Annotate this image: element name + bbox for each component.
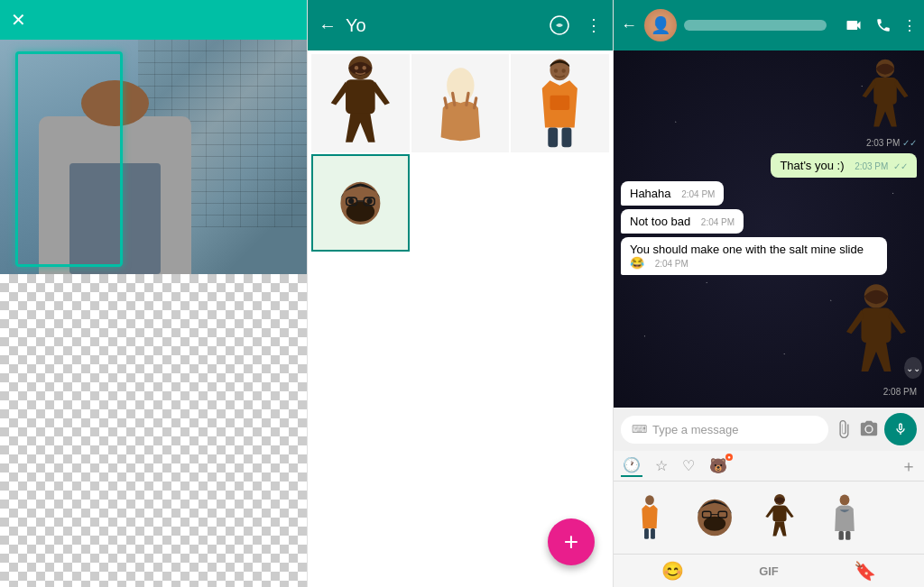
chat-contact-name-bar	[684, 20, 827, 31]
photo-editor-panel: ✕	[0, 0, 307, 587]
microphone-icon	[893, 422, 908, 436]
tray-sticker-hoodie[interactable]	[816, 489, 873, 546]
svg-point-23	[866, 426, 872, 432]
svg-point-10	[554, 69, 558, 72]
tray-sticker-big-figure[interactable]	[751, 489, 808, 546]
message-salt-mine: You should make one with the salt mine s…	[621, 237, 887, 275]
sticker-icon[interactable]: 🔖	[854, 560, 876, 582]
sticker-cell-face[interactable]	[311, 154, 410, 252]
orange-shirt-sticker	[511, 54, 609, 152]
message-hahaha: Hahaha 2:04 PM	[621, 181, 724, 206]
stickers-tab[interactable]: 🐻 ●	[707, 455, 729, 476]
svg-rect-35	[839, 531, 844, 540]
svg-point-19	[876, 60, 894, 78]
keyboard-icon: ⌨	[632, 423, 647, 436]
message-time: 2:04 PM	[655, 259, 688, 269]
sticker-tray: 🕐 ☆ ♡ 🐻 ● ＋	[614, 451, 924, 587]
chat-messages-container: 2:03 PM ✓✓ That's you :) 2:03 PM ✓✓ Haha…	[614, 50, 924, 408]
sticker-tray-tabs: 🕐 ☆ ♡ 🐻 ● ＋	[614, 451, 924, 482]
sticker-sent-time: 2:08 PM	[883, 387, 917, 397]
message-thats-you: That's you :) 2:03 PM ✓✓	[771, 153, 917, 178]
sticker-grid	[308, 50, 613, 587]
sticker-message-sent: ⌄⌄ 2:08 PM	[836, 282, 917, 397]
chat-panel: ← ⋮ 2:03 PM ✓✓	[614, 0, 924, 587]
svg-point-3	[355, 66, 358, 69]
phone-call-icon[interactable]	[875, 17, 892, 33]
chat-bottom-icons: 😊 GIF 🔖	[614, 554, 924, 587]
chat-header: ← ⋮	[614, 0, 924, 50]
message-time: 2:04 PM	[681, 189, 715, 199]
sticker-pack-panel: ← Yo ⋮	[307, 0, 614, 587]
svg-rect-36	[845, 531, 850, 540]
mic-button[interactable]	[884, 413, 917, 445]
emoji-icon[interactable]: 😊	[661, 560, 684, 582]
message-text: Not too bad	[630, 215, 690, 228]
back-arrow-icon[interactable]: ←	[319, 15, 337, 36]
svg-rect-9	[562, 128, 572, 148]
svg-rect-33	[772, 506, 786, 522]
photo-preview-top	[0, 40, 307, 274]
message-input-placeholder: Type a message	[652, 423, 738, 436]
whatsapp-icon[interactable]	[550, 15, 569, 35]
favorites-tab[interactable]: ☆	[653, 455, 670, 476]
message-not-too-bad: Not too bad 2:04 PM	[621, 209, 744, 234]
svg-rect-2	[346, 79, 375, 114]
svg-point-11	[562, 69, 566, 72]
chat-back-arrow[interactable]: ←	[621, 16, 637, 35]
more-options-icon[interactable]: ⋮	[586, 15, 602, 35]
add-sticker-fab[interactable]: +	[548, 518, 595, 565]
add-sticker-pack-icon[interactable]: ＋	[901, 455, 917, 477]
svg-point-24	[645, 495, 654, 505]
chat-avatar	[644, 9, 677, 41]
sticker-message-top: 2:03 PM ✓✓	[854, 58, 917, 148]
person-body	[31, 63, 199, 274]
svg-rect-22	[862, 308, 892, 344]
svg-point-28	[704, 517, 725, 531]
scroll-down-indicator[interactable]: ⌄⌄	[904, 357, 922, 379]
svg-point-34	[840, 495, 850, 506]
svg-point-18	[366, 198, 372, 204]
person-shirt	[69, 163, 161, 274]
svg-rect-20	[873, 78, 897, 105]
sticker-cell-hand-egg[interactable]	[411, 54, 510, 152]
sticker-header: ← Yo ⋮	[308, 0, 613, 50]
face-sticker	[332, 175, 389, 232]
sticker-top-ticks: ✓✓	[902, 138, 917, 148]
sticker-cell-orange-shirt[interactable]	[511, 54, 609, 152]
sticker-cell-big-figure[interactable]	[311, 54, 410, 152]
hand-egg-sticker	[411, 54, 510, 152]
tray-hoodie-sticker	[820, 493, 869, 542]
message-text: Hahaha	[630, 187, 671, 200]
message-ticks: ✓✓	[893, 161, 908, 171]
tray-sticker-face[interactable]	[686, 489, 744, 546]
gif-icon[interactable]: GIF	[759, 564, 779, 578]
svg-rect-25	[644, 528, 649, 539]
video-call-icon[interactable]	[845, 16, 863, 34]
svg-point-17	[348, 198, 354, 204]
sticker-top-time: 2:03 PM	[866, 138, 900, 148]
sticker-pack-title: Yo	[346, 15, 541, 36]
message-text: That's you :)	[780, 159, 844, 172]
person-hoodie	[39, 116, 190, 275]
message-input-box[interactable]: ⌨ Type a message	[621, 416, 828, 444]
sticker-tray-items	[614, 482, 924, 554]
tray-orange-sticker	[625, 493, 674, 542]
chat-input-area: ⌨ Type a message	[614, 408, 924, 451]
svg-rect-26	[651, 528, 655, 539]
tray-face-sticker	[690, 493, 739, 542]
message-time: 2:03 PM	[855, 161, 888, 171]
photo-editor-header: ✕	[0, 0, 307, 40]
sticker-big-figure-received	[854, 58, 917, 134]
chat-more-icon[interactable]: ⋮	[902, 17, 917, 34]
person-image	[0, 40, 307, 274]
hearts-tab[interactable]: ♡	[680, 455, 697, 476]
recent-tab[interactable]: 🕐	[621, 454, 642, 477]
big-figure-sticker	[311, 54, 410, 152]
close-icon[interactable]: ✕	[11, 9, 26, 31]
camera-icon[interactable]	[859, 419, 879, 439]
svg-point-5	[447, 68, 474, 103]
tray-sticker-orange[interactable]	[621, 489, 679, 546]
attachment-icon[interactable]	[834, 419, 854, 439]
svg-point-4	[363, 66, 366, 69]
person-head	[81, 80, 149, 126]
